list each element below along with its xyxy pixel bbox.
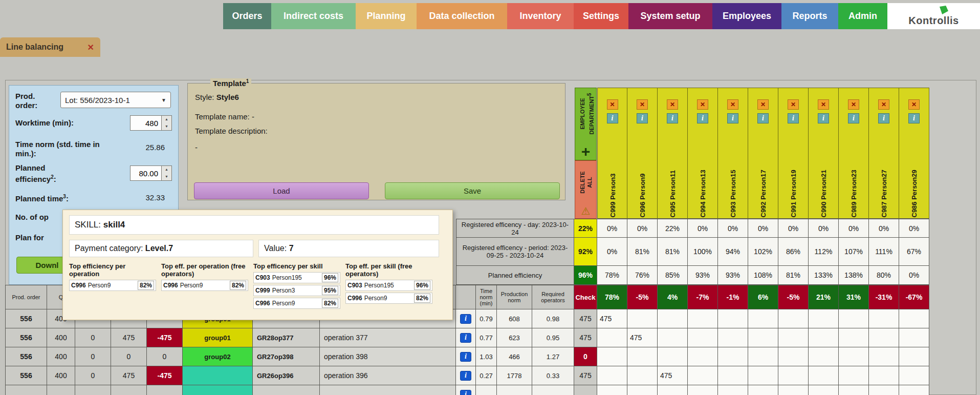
- employee-info-icon[interactable]: i: [818, 113, 829, 123]
- remove-employee-icon[interactable]: ✕: [607, 99, 618, 110]
- cell-assignment[interactable]: [809, 328, 839, 347]
- cell-assignment[interactable]: [869, 366, 899, 385]
- employee-info-icon[interactable]: i: [788, 113, 799, 123]
- employee-info-icon[interactable]: i: [848, 113, 859, 123]
- cell-assignment[interactable]: [748, 309, 778, 328]
- cell-assignment[interactable]: [899, 347, 929, 366]
- cell-assignment[interactable]: [597, 385, 627, 395]
- remove-employee-icon[interactable]: ✕: [757, 99, 769, 110]
- cell-assignment[interactable]: [627, 366, 658, 385]
- cell-assignment[interactable]: [627, 385, 658, 395]
- cell-assignment[interactable]: [597, 347, 627, 366]
- operation-info-button[interactable]: i: [460, 333, 471, 343]
- worktime-input[interactable]: [130, 115, 162, 131]
- cell-assignment[interactable]: [718, 309, 748, 328]
- stepper-down-icon[interactable]: ▼: [162, 173, 171, 180]
- cell-assignment[interactable]: [658, 309, 688, 328]
- remove-employee-icon[interactable]: ✕: [818, 99, 829, 110]
- cell-assignment[interactable]: [718, 385, 748, 395]
- cell-assignment[interactable]: [718, 328, 748, 347]
- nav-system-setup[interactable]: System setup: [628, 3, 712, 29]
- cell-assignment[interactable]: [839, 347, 869, 366]
- load-button[interactable]: Load: [194, 182, 369, 199]
- cell-assignment[interactable]: [839, 385, 869, 395]
- cell-assignment[interactable]: [658, 328, 688, 347]
- remove-employee-icon[interactable]: ✕: [697, 99, 708, 110]
- operation-info-button[interactable]: i: [460, 314, 471, 324]
- cell-assignment[interactable]: [658, 385, 688, 395]
- cell-assignment[interactable]: [899, 309, 929, 328]
- planned-efficiency-input[interactable]: [130, 165, 162, 181]
- employee-info-icon[interactable]: i: [727, 113, 738, 123]
- delete-all-button[interactable]: DELETE ALL ⚠: [575, 160, 597, 219]
- employee-info-icon[interactable]: i: [757, 113, 769, 123]
- cell-assignment[interactable]: [839, 328, 869, 347]
- nav-reports[interactable]: Reports: [781, 3, 838, 29]
- cell-assignment[interactable]: [869, 385, 899, 395]
- save-button[interactable]: Save: [385, 182, 560, 199]
- remove-employee-icon[interactable]: ✕: [848, 99, 859, 110]
- employee-info-icon[interactable]: i: [697, 113, 708, 123]
- cell-assignment[interactable]: [778, 347, 809, 366]
- cell-assignment[interactable]: [869, 347, 899, 366]
- cell-assignment[interactable]: [839, 366, 869, 385]
- prod-order-select[interactable]: Lot: 556/2023-10-1 ▼: [60, 92, 171, 108]
- cell-assignment[interactable]: [597, 366, 627, 385]
- cell-assignment[interactable]: [809, 347, 839, 366]
- tab-close-icon[interactable]: ✕: [88, 43, 94, 52]
- nav-data-collection[interactable]: Data collection: [417, 3, 507, 29]
- cell-assignment[interactable]: 475: [658, 366, 688, 385]
- operation-info-button[interactable]: i: [460, 390, 471, 395]
- cell-assignment[interactable]: [627, 347, 658, 366]
- nav-indirect-costs[interactable]: Indirect costs: [271, 3, 356, 29]
- cell-assignment[interactable]: [688, 309, 718, 328]
- remove-employee-icon[interactable]: ✕: [788, 99, 799, 110]
- employee-info-icon[interactable]: i: [607, 113, 618, 123]
- nav-orders[interactable]: Orders: [223, 3, 271, 29]
- cell-assignment[interactable]: [778, 385, 809, 395]
- cell-assignment[interactable]: [809, 309, 839, 328]
- cell-assignment[interactable]: [748, 347, 778, 366]
- stepper-up-icon[interactable]: ▲: [162, 166, 171, 173]
- cell-assignment[interactable]: [718, 366, 748, 385]
- tab-line-balancing[interactable]: Line balancing ✕: [0, 37, 100, 57]
- remove-employee-icon[interactable]: ✕: [727, 99, 738, 110]
- add-employee-button[interactable]: +: [575, 143, 596, 160]
- remove-employee-icon[interactable]: ✕: [908, 99, 920, 110]
- cell-assignment[interactable]: [627, 309, 658, 328]
- cell-assignment[interactable]: [748, 328, 778, 347]
- cell-assignment[interactable]: [718, 347, 748, 366]
- nav-settings[interactable]: Settings: [574, 3, 628, 29]
- remove-employee-icon[interactable]: ✕: [637, 99, 648, 110]
- stepper-down-icon[interactable]: ▼: [162, 123, 171, 130]
- operation-info-button[interactable]: i: [460, 371, 471, 381]
- cell-assignment[interactable]: [899, 328, 929, 347]
- cell-assignment[interactable]: [869, 309, 899, 328]
- nav-employees[interactable]: Employees: [712, 3, 781, 29]
- cell-assignment[interactable]: [748, 385, 778, 395]
- cell-assignment[interactable]: [658, 347, 688, 366]
- cell-assignment[interactable]: [688, 328, 718, 347]
- cell-assignment[interactable]: [899, 385, 929, 395]
- employee-info-icon[interactable]: i: [878, 113, 889, 123]
- cell-assignment[interactable]: [688, 366, 718, 385]
- nav-planning[interactable]: Planning: [356, 3, 417, 29]
- cell-assignment[interactable]: [688, 347, 718, 366]
- stepper-up-icon[interactable]: ▲: [162, 116, 171, 123]
- cell-assignment[interactable]: [778, 366, 809, 385]
- nav-inventory[interactable]: Inventory: [507, 3, 574, 29]
- cell-assignment[interactable]: [869, 328, 899, 347]
- cell-assignment[interactable]: 475: [627, 328, 658, 347]
- cell-assignment[interactable]: [839, 309, 869, 328]
- cell-assignment[interactable]: [688, 385, 718, 395]
- cell-assignment[interactable]: [597, 328, 627, 347]
- cell-assignment[interactable]: [899, 366, 929, 385]
- cell-assignment[interactable]: [748, 366, 778, 385]
- operation-info-button[interactable]: i: [460, 352, 471, 362]
- planned-efficiency-stepper[interactable]: ▲ ▼: [162, 165, 172, 181]
- remove-employee-icon[interactable]: ✕: [878, 99, 889, 110]
- employee-info-icon[interactable]: i: [667, 113, 678, 123]
- employee-info-icon[interactable]: i: [908, 113, 920, 123]
- cell-assignment[interactable]: [809, 385, 839, 395]
- worktime-stepper[interactable]: ▲ ▼: [162, 115, 172, 131]
